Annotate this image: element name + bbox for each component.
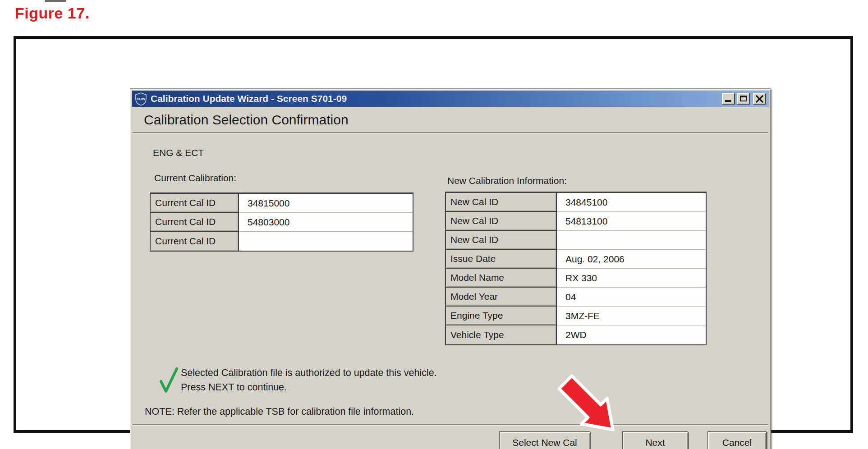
- new-calibration-table: New Cal ID 34845100 New Cal ID 54813100 …: [445, 192, 707, 345]
- close-button[interactable]: [753, 93, 766, 105]
- row-value: 54803000: [239, 213, 413, 232]
- heading-divider: [133, 132, 768, 133]
- calibration-update-wizard-window: CUW Calibration Update Wizard - Screen S…: [130, 88, 771, 449]
- figure-caption: Figure 17.: [15, 5, 90, 22]
- cuw-shield-icon: CUW: [135, 92, 147, 105]
- row-label: Current Cal ID: [151, 232, 239, 251]
- status-instruction: Press NEXT to continue.: [181, 382, 287, 393]
- check-icon: [158, 367, 179, 394]
- table-row: Issue Date Aug. 02, 2006: [446, 250, 706, 269]
- current-calibration-table: Current Cal ID 34815000 Current Cal ID 5…: [150, 192, 413, 252]
- minimize-icon: [725, 100, 731, 102]
- table-row: Current Cal ID 34815000: [151, 194, 413, 213]
- cancel-button[interactable]: Cancel: [707, 431, 767, 449]
- row-value: 2WD: [557, 325, 706, 344]
- row-value: [557, 231, 706, 250]
- row-label: Current Cal ID: [151, 213, 239, 232]
- maximize-icon: [740, 96, 747, 101]
- table-row: New Cal ID: [446, 231, 706, 250]
- table-row: Current Cal ID: [151, 232, 413, 251]
- table-row: Model Name RX 330: [446, 269, 706, 288]
- row-label: New Cal ID: [446, 212, 557, 231]
- table-row: Current Cal ID 54803000: [151, 213, 413, 232]
- maximize-button[interactable]: [737, 93, 750, 105]
- row-label: Current Cal ID: [151, 194, 239, 213]
- minimize-button[interactable]: [722, 93, 735, 105]
- row-label: Engine Type: [446, 307, 557, 325]
- window-title: Calibration Update Wizard - Screen S701-…: [151, 93, 722, 104]
- row-label: Model Name: [446, 269, 557, 288]
- row-value: 34815000: [239, 194, 413, 213]
- system-label: ENG & ECT: [153, 147, 204, 158]
- table-row: Model Year 04: [446, 288, 706, 307]
- table-row: Vehicle Type 2WD: [446, 325, 706, 344]
- row-label: New Cal ID: [446, 193, 557, 212]
- row-value: 3MZ-FE: [557, 307, 706, 325]
- row-value: RX 330: [557, 269, 706, 288]
- note-text: NOTE: Refer the applicable TSB for calib…: [145, 406, 414, 417]
- current-calibration-label: Current Calibration:: [154, 173, 236, 183]
- row-value: [239, 232, 413, 251]
- row-value: 54813100: [557, 212, 706, 231]
- row-value: Aug. 02, 2006: [557, 250, 706, 269]
- row-value: 34845100: [557, 193, 706, 212]
- svg-text:CUW: CUW: [137, 97, 146, 101]
- new-calibration-label: New Calibration Information:: [447, 175, 567, 186]
- row-value: 04: [557, 288, 706, 307]
- row-label: Issue Date: [446, 250, 557, 269]
- table-row: Engine Type 3MZ-FE: [446, 307, 706, 325]
- row-label: Vehicle Type: [446, 325, 557, 344]
- page-title: Calibration Selection Confirmation: [144, 112, 349, 128]
- scan-artifact: [45, 0, 66, 2]
- figure-border-box: CUW Calibration Update Wizard - Screen S…: [14, 36, 853, 433]
- status-message: Selected Calibration file is authorized …: [181, 367, 437, 379]
- row-label: Model Year: [446, 288, 557, 307]
- window-titlebar[interactable]: CUW Calibration Update Wizard - Screen S…: [132, 91, 769, 107]
- figure-page: Figure 17. CUW Calibration Update Wizard…: [0, 0, 868, 449]
- table-row: New Cal ID 34845100: [446, 193, 706, 212]
- table-row: New Cal ID 54813100: [446, 212, 706, 231]
- callout-arrow-icon: [554, 373, 622, 441]
- next-button[interactable]: Next: [622, 431, 688, 449]
- close-icon: [755, 95, 764, 103]
- row-label: New Cal ID: [446, 231, 557, 250]
- button-row-divider: [133, 424, 768, 426]
